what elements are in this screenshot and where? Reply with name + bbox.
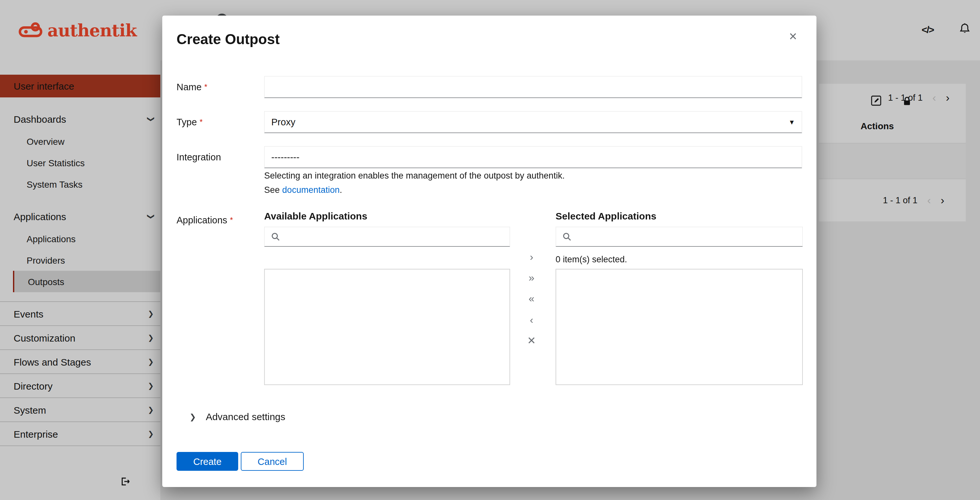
selected-applications-list[interactable] xyxy=(555,269,803,385)
type-select[interactable]: Proxy ▾ xyxy=(264,111,802,133)
documentation-link[interactable]: documentation xyxy=(282,185,340,195)
cancel-button[interactable]: Cancel xyxy=(241,452,304,471)
search-icon xyxy=(271,232,280,241)
type-label: Type* xyxy=(177,116,202,129)
required-mark: * xyxy=(230,216,233,225)
integration-help-text: Selecting an integration enables the man… xyxy=(264,170,565,181)
close-icon[interactable]: × xyxy=(785,27,801,45)
transfer-add-all-icon[interactable]: » xyxy=(520,269,542,287)
advanced-settings-toggle[interactable]: ❯ Advanced settings xyxy=(189,411,285,422)
advanced-settings-label: Advanced settings xyxy=(206,411,285,422)
integration-help-line2: See documentation. xyxy=(264,185,342,196)
name-field[interactable] xyxy=(264,76,802,98)
modal-title: Create Outpost xyxy=(177,31,280,48)
app-root: </> 1 - 1 of 1 ‹ › Actions xyxy=(0,0,980,500)
chevron-right-icon: ❯ xyxy=(189,412,196,420)
create-button[interactable]: Create xyxy=(177,452,238,471)
available-applications-title: Available Applications xyxy=(264,210,368,221)
required-mark: * xyxy=(204,83,207,92)
selected-search xyxy=(555,227,803,247)
integration-select[interactable]: --------- xyxy=(264,146,802,168)
integration-label: Integration xyxy=(177,151,221,164)
create-outpost-modal: Create Outpost × Name* Type* Proxy ▾ Int… xyxy=(162,16,816,487)
transfer-remove-icon[interactable]: ‹ xyxy=(520,312,542,328)
type-select-value: Proxy xyxy=(271,117,295,127)
transfer-add-icon[interactable]: › xyxy=(520,249,542,266)
available-applications-list[interactable] xyxy=(264,269,510,385)
caret-down-icon: ▾ xyxy=(790,118,794,127)
required-mark: * xyxy=(200,118,202,127)
available-search-input[interactable] xyxy=(284,228,507,245)
integration-select-value: --------- xyxy=(271,152,299,162)
name-label: Name* xyxy=(177,81,207,94)
selected-applications-title: Selected Applications xyxy=(555,210,657,221)
search-icon xyxy=(563,232,571,241)
transfer-clear-icon[interactable]: ✕ xyxy=(520,333,542,349)
selected-search-input[interactable] xyxy=(576,228,800,245)
available-search xyxy=(264,227,510,247)
transfer-remove-all-icon[interactable]: « xyxy=(520,290,542,307)
applications-label: Applications* xyxy=(177,213,233,227)
selected-count-text: 0 item(s) selected. xyxy=(555,255,627,264)
